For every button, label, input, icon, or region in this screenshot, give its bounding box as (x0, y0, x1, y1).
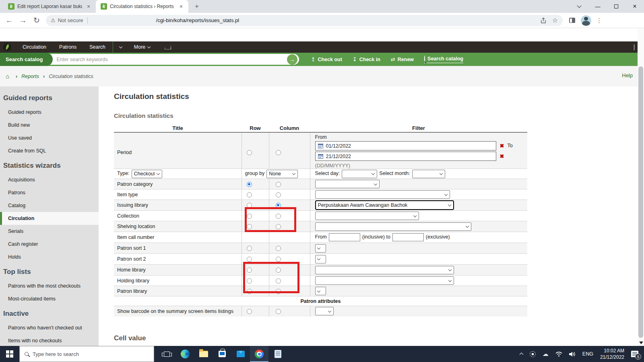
browser-tab-1[interactable]: k Edit report Laporan kasar buku lu × (3, 0, 96, 13)
bookmark-star-icon[interactable]: ☆ (552, 16, 558, 24)
notepad-taskbar-button[interactable] (268, 346, 287, 362)
back-button[interactable]: ← (2, 16, 16, 25)
close-tab-icon[interactable]: × (178, 3, 184, 10)
sidebar-item-holds[interactable]: Holds (0, 251, 99, 263)
meet-now-icon[interactable] (530, 351, 536, 357)
patron-category-row-radio-selected[interactable] (247, 182, 252, 187)
help-link[interactable]: Help (622, 72, 633, 78)
close-window-button[interactable]: × (625, 0, 644, 13)
onedrive-cloud-icon[interactable]: ☁ (543, 350, 549, 358)
new-tab-button[interactable]: + (192, 2, 202, 10)
sidebar-item-catalog[interactable]: Catalog (0, 199, 99, 212)
scrollbar-thumb[interactable] (638, 66, 643, 338)
shelving-location-filter-select[interactable] (315, 222, 471, 231)
scrollbar-down-arrow-icon[interactable] (639, 341, 643, 344)
sidebar-item-circulation-active[interactable]: Circulation (0, 212, 99, 225)
sidebar-item-serials[interactable]: Serials (0, 225, 99, 238)
item-type-column-radio[interactable] (276, 192, 281, 197)
patron-library-filter-select[interactable] (315, 287, 326, 295)
notification-center-icon[interactable]: 5 (631, 351, 638, 357)
patron-sort-1-column-radio[interactable] (276, 246, 281, 251)
address-bar[interactable]: ⚠ Not secure /cgi-bin/koha/reports/issue… (46, 15, 563, 26)
taskbar-search-box[interactable]: Type here to search (19, 346, 154, 362)
catalog-search-input[interactable] (46, 54, 299, 65)
security-chip[interactable]: Not secure (58, 17, 83, 23)
url-text[interactable]: /cgi-bin/koha/reports/issues_stats.pl (156, 17, 239, 23)
collection-filter-select[interactable] (315, 212, 419, 220)
clear-date-icon[interactable]: ✖ (500, 143, 504, 149)
search-catalog-link[interactable]: Search catalog (424, 56, 463, 63)
breadcrumb-reports[interactable]: Reports (21, 74, 39, 79)
home-library-filter-select[interactable] (315, 266, 454, 274)
sidebar-item-patrons-not-checked-out[interactable]: Patrons who haven't checked out (0, 321, 99, 334)
patron-sort-1-row-radio[interactable] (247, 246, 252, 251)
patron-sort-2-column-radio[interactable] (276, 257, 281, 262)
nav-circulation[interactable]: Circulation (16, 41, 53, 53)
sidebar-item-patrons-most-checkouts[interactable]: Patrons with the most checkouts (0, 280, 99, 292)
minimize-button[interactable]: — (588, 0, 607, 13)
wifi-icon[interactable] (555, 352, 562, 357)
patron-sort-2-row-radio[interactable] (247, 257, 252, 262)
nav-patrons[interactable]: Patrons (53, 41, 83, 53)
sidebar-item-items-no-checkouts[interactable]: Items with no checkouts (0, 334, 99, 346)
check-in-link[interactable]: ↧Check in (353, 56, 380, 62)
mail-taskbar-button[interactable] (231, 346, 250, 362)
nav-search[interactable]: Search (83, 41, 112, 53)
patron-category-filter-select[interactable] (315, 180, 380, 188)
reload-button[interactable]: ↻ (30, 16, 43, 25)
home-icon[interactable]: ⌂ (6, 73, 9, 80)
share-icon[interactable] (540, 17, 547, 24)
issuing-library-filter-select-focused[interactable]: Perpustakaan Awam Cawangan Bachok (315, 200, 454, 210)
check-out-link[interactable]: ↥Check out (311, 56, 342, 62)
period-row-radio[interactable] (247, 150, 252, 155)
sidebar-item-cash-register[interactable]: Cash register (0, 238, 99, 251)
profile-avatar[interactable] (581, 15, 591, 26)
nav-more[interactable]: More (128, 41, 159, 53)
file-explorer-taskbar-button[interactable] (194, 346, 213, 362)
start-button[interactable] (0, 346, 19, 362)
sidebar-item-use-saved[interactable]: Use saved (0, 132, 99, 144)
renew-link[interactable]: ⇄Renew (391, 56, 414, 62)
sidebar-item-create-from-sql[interactable]: Create from SQL (0, 144, 99, 157)
type-select[interactable]: Checkout (132, 170, 162, 178)
language-indicator[interactable]: ENG (582, 351, 593, 357)
browser-menu-icon[interactable]: ⋮ (596, 17, 602, 24)
sidebar-item-build-new[interactable]: Build new (0, 119, 99, 132)
date-to-input[interactable]: 21/12/2022 (315, 152, 496, 161)
select-day-select[interactable] (342, 170, 377, 178)
date-from-input[interactable]: 01/12/2022 (315, 141, 496, 150)
period-column-radio[interactable] (276, 150, 281, 155)
sidebar-item-guided-reports[interactable]: Guided reports (0, 106, 99, 119)
taskbar-clock[interactable]: 10:02 AM21/12/2022 (600, 348, 624, 360)
search-catalog-tab[interactable]: Search catalog (0, 53, 53, 66)
tab-search-chevron-icon[interactable] (570, 0, 588, 13)
show-barcode-column-radio[interactable] (276, 309, 281, 314)
group-by-select[interactable]: None (266, 170, 298, 178)
sidebar-item-most-circulated[interactable]: Most-circulated items (0, 292, 99, 305)
patron-sort-1-filter-select[interactable] (315, 244, 326, 253)
task-view-button[interactable] (157, 346, 176, 362)
show-barcode-filter-select[interactable] (315, 307, 334, 315)
navbar-collapse-caret[interactable] (632, 44, 637, 50)
holding-library-filter-select[interactable] (315, 276, 454, 285)
page-scrollbar[interactable] (638, 28, 644, 346)
select-month-select[interactable] (412, 170, 445, 178)
cart-icon[interactable] (165, 45, 171, 49)
tray-expand-chevron-icon[interactable] (519, 353, 523, 357)
search-submit-arrow-icon[interactable]: → (287, 54, 297, 65)
show-barcode-row-radio[interactable] (247, 309, 252, 314)
close-tab-icon[interactable]: × (85, 3, 92, 10)
browser-tab-2-active[interactable]: k Circulation statistics › Reports › K × (96, 0, 188, 13)
store-taskbar-button[interactable] (213, 346, 231, 362)
forward-button[interactable]: → (16, 16, 30, 25)
speaker-icon[interactable] (569, 352, 576, 357)
patron-category-column-radio[interactable] (276, 182, 281, 187)
sidebar-item-patrons[interactable]: Patrons (0, 186, 99, 199)
edge-taskbar-button[interactable] (176, 346, 194, 362)
clear-date-icon[interactable]: ✖ (500, 153, 504, 159)
sidebar-item-acquisitions[interactable]: Acquisitions (0, 173, 99, 186)
callnum-to-input[interactable] (392, 233, 424, 241)
callnum-from-input[interactable] (329, 233, 360, 241)
patron-sort-2-filter-select[interactable] (315, 255, 326, 263)
side-panel-icon[interactable] (569, 18, 575, 23)
